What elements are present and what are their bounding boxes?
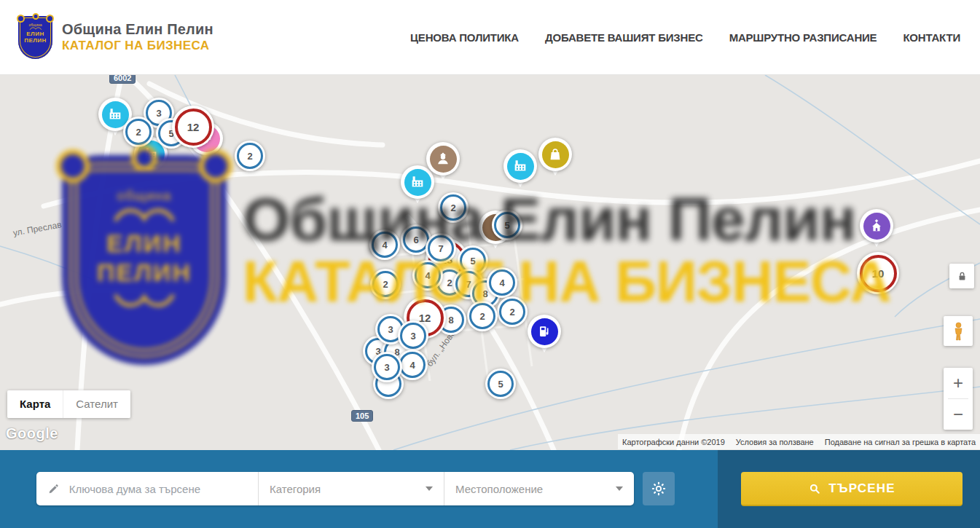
zoom-control: + −: [944, 368, 973, 430]
cluster-count: 2: [440, 194, 466, 221]
church-pin[interactable]: [860, 209, 893, 243]
cluster-marker[interactable]: 3: [398, 320, 428, 351]
cluster-count: 4: [415, 262, 441, 288]
attribution-link[interactable]: Подаване на сигнал за грешка в картата: [825, 438, 976, 446]
worker-pin[interactable]: [426, 142, 460, 176]
site-logo[interactable]: община ЕЛИН ПЕЛИН Община Елин Пелин КАТА…: [18, 16, 213, 59]
page: община ЕЛИН ПЕЛИН Община Елин Пелин КАТА…: [0, 0, 980, 528]
nav-item[interactable]: ДОБАВЕТЕ ВАШИЯТ БИЗНЕС: [545, 31, 703, 44]
site-subtitle: КАТАЛОГ НА БИЗНЕСА: [62, 39, 213, 53]
location-select[interactable]: Местоположение: [444, 472, 634, 505]
cluster-count: 2: [499, 299, 525, 325]
cluster-marker[interactable]: 2: [438, 192, 469, 223]
cluster-marker[interactable]: 4: [369, 229, 400, 260]
factory-pin[interactable]: [503, 149, 537, 183]
cluster-marker[interactable]: 3: [372, 352, 402, 382]
pin-circle: [528, 315, 561, 348]
cluster-marker[interactable]: 2: [123, 117, 154, 147]
keyword-input[interactable]: [68, 482, 247, 496]
pin-circle: [538, 138, 572, 171]
cluster-count: 2: [469, 303, 495, 329]
gear-icon: [651, 481, 667, 497]
main-nav: ЦЕНОВА ПОЛИТИКАДОБАВЕТЕ ВАШИЯТ БИЗНЕСМАР…: [410, 31, 960, 44]
zoom-in-button[interactable]: +: [944, 368, 973, 398]
cluster-count: 5: [494, 212, 520, 238]
cluster-count: 3: [400, 323, 426, 349]
search-button-label: ТЪРСЕНЕ: [828, 481, 895, 496]
pin-circle: [503, 149, 537, 183]
search-icon: [808, 482, 821, 495]
map-type-satellite-button[interactable]: Сателит: [63, 390, 130, 418]
shopping-bag-pin[interactable]: [538, 138, 572, 171]
site-title: Община Елин Пелин: [62, 21, 213, 39]
caret-down-icon: [616, 486, 623, 491]
pin-circle: [860, 209, 893, 243]
map-type-map-button[interactable]: Карта: [7, 390, 63, 418]
cluster-marker[interactable]: 5: [492, 210, 522, 240]
cluster-marker[interactable]: 2: [467, 301, 498, 331]
cluster-marker[interactable]: 2: [235, 141, 265, 171]
pegman-streetview-button[interactable]: [944, 316, 973, 346]
cluster-count: 2: [372, 271, 399, 297]
worker-icon: [430, 146, 457, 173]
caret-down-icon: [426, 486, 433, 491]
padlock-icon: [956, 270, 968, 283]
search-panel: Категория Местоположение ТЪРСЕНЕ: [0, 450, 980, 528]
factory-icon: [507, 153, 534, 180]
location-select-value: Местоположение: [455, 483, 543, 495]
pencil-icon: [47, 482, 60, 496]
cluster-count: 7: [428, 235, 454, 261]
cluster-marker[interactable]: 2: [497, 296, 528, 327]
cluster-marker[interactable]: 7: [426, 233, 456, 264]
church-icon: [863, 213, 890, 240]
cluster-count: 4: [372, 232, 398, 258]
cluster-count: 12: [175, 109, 212, 146]
cluster-marker[interactable]: 5: [485, 369, 516, 399]
cluster-count: 4: [399, 352, 426, 378]
shopping-bag-icon: [542, 141, 569, 168]
cluster-marker[interactable]: 4: [487, 267, 517, 298]
pegman-icon: [949, 321, 968, 341]
fuel-pump-icon: [531, 318, 558, 345]
category-select[interactable]: Категория: [259, 472, 444, 505]
cluster-count: 4: [489, 269, 515, 296]
attribution-text: Картографски данни ©2019: [622, 438, 725, 446]
map-type-control: Карта Сателит: [7, 390, 130, 418]
cluster-marker[interactable]: 10: [857, 252, 899, 294]
google-logo[interactable]: Google: [6, 425, 58, 442]
attribution-link[interactable]: Условия за ползване: [736, 438, 814, 446]
cluster-count: 10: [860, 255, 897, 292]
municipality-crest-icon: община ЕЛИН ПЕЛИН: [18, 16, 52, 59]
crest-name-2: ПЕЛИН: [24, 37, 47, 44]
search-button[interactable]: ТЪРСЕНЕ: [741, 472, 963, 506]
map-attribution: Картографски данни ©2019Условия за ползв…: [618, 434, 980, 449]
cluster-count: 3: [374, 354, 400, 380]
map-canvas[interactable]: 1338245674252784228123343532512210 общин…: [0, 75, 980, 450]
nav-item[interactable]: МАРШРУТНО РАЗПИСАНИЕ: [729, 31, 877, 44]
crest-name-1: ЕЛИН: [26, 31, 44, 38]
advanced-search-button[interactable]: [643, 472, 675, 505]
header: община ЕЛИН ПЕЛИН Община Елин Пелин КАТА…: [0, 0, 980, 75]
cluster-marker[interactable]: 12: [172, 106, 214, 148]
zoom-out-button[interactable]: −: [944, 399, 973, 430]
cluster-count: 5: [487, 371, 514, 397]
map-markers: 1338245674252784228123343532512210: [0, 75, 980, 450]
cluster-marker[interactable]: 4: [412, 260, 443, 291]
nav-item[interactable]: КОНТАКТИ: [903, 31, 960, 44]
lock-button[interactable]: [949, 264, 974, 288]
category-select-value: Категория: [270, 483, 321, 495]
cluster-marker[interactable]: 2: [370, 269, 401, 299]
search-bar: Категория Местоположение: [36, 472, 634, 505]
keyword-field-wrap: [36, 472, 259, 505]
cluster-count: 2: [125, 119, 152, 145]
nav-item[interactable]: ЦЕНОВА ПОЛИТИКА: [410, 31, 519, 44]
pin-circle: [426, 142, 460, 176]
cluster-count: 2: [237, 143, 263, 169]
fuel-pump-pin[interactable]: [528, 315, 561, 348]
